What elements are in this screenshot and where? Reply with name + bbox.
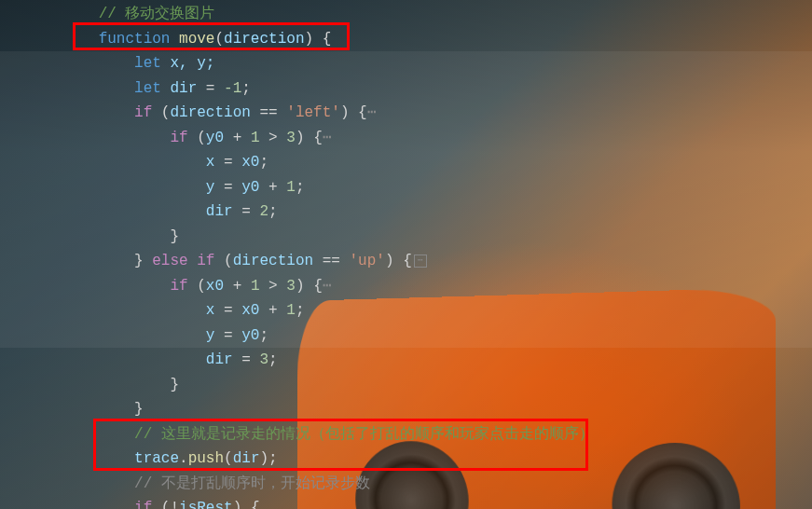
string-literal: 'left': [286, 104, 340, 121]
variable-y0: y0: [206, 130, 224, 146]
code-editor[interactable]: // 移动交换图片 function move(direction) { let…: [0, 0, 812, 509]
code-line-17: }: [0, 397, 812, 422]
variable-y0: y0: [241, 327, 259, 344]
variable-dir: dir: [170, 80, 197, 97]
variable-dir: dir: [206, 203, 233, 220]
operator-plus: +: [224, 130, 251, 146]
operator-eq: =: [214, 327, 241, 344]
fold-collapse-icon[interactable]: ⋯: [414, 254, 427, 268]
keyword-if: if: [134, 500, 152, 509]
number-literal: 1: [286, 302, 296, 319]
variable-direction: direction: [170, 104, 250, 121]
keyword-else: else: [152, 253, 187, 269]
function-name: move: [179, 31, 214, 48]
keyword-if: if: [170, 130, 187, 146]
string-literal: 'up': [350, 253, 385, 269]
variable-dir: dir: [206, 351, 233, 368]
variable-dir: dir: [233, 450, 260, 467]
keyword-function: function: [99, 31, 171, 48]
variable-y: y: [206, 179, 215, 196]
operator-plus: +: [224, 278, 251, 295]
number-literal: 3: [259, 351, 268, 368]
operator-eq: =: [233, 203, 260, 220]
operator-eq: ==: [251, 104, 286, 121]
variable-x0: x0: [241, 302, 259, 319]
variable-direction: direction: [233, 253, 313, 269]
variable-y0: y0: [241, 179, 259, 196]
variable-decl: x, y;: [170, 55, 214, 72]
fold-ellipsis-icon[interactable]: ⋯: [323, 130, 332, 146]
code-line-11: } else if (direction == 'up') {⋯: [0, 249, 812, 274]
number-literal: -1: [224, 80, 241, 97]
keyword-if: if: [197, 253, 214, 269]
code-comment: // 这里就是记录走的情况（包括了打乱的顺序和玩家点击走的顺序）: [134, 426, 594, 443]
code-line-3: let x, y;: [0, 51, 812, 76]
number-literal: 2: [259, 203, 268, 220]
code-line-5: if (direction == 'left') {⋯: [0, 101, 812, 126]
code-line-19: trace.push(dir);: [0, 447, 812, 472]
keyword-if: if: [134, 104, 152, 121]
code-line-18: // 这里就是记录走的情况（包括了打乱的顺序和玩家点击走的顺序）: [0, 422, 812, 447]
operator-eq: ==: [313, 253, 349, 269]
code-line-7: x = x0;: [0, 150, 812, 175]
code-line-20: // 不是打乱顺序时，开始记录步数: [0, 472, 812, 497]
operator-eq: =: [214, 154, 241, 171]
code-line-1: // 移动交换图片: [0, 2, 812, 27]
code-line-21: if (!isRest) {: [0, 496, 812, 509]
operator-eq: =: [214, 179, 241, 196]
variable-x: x: [206, 154, 215, 171]
operator-gt: >: [259, 278, 286, 295]
number-literal: 1: [286, 179, 296, 196]
keyword-let: let: [134, 55, 161, 72]
code-line-14: y = y0;: [0, 323, 812, 349]
operator-not: !: [170, 500, 179, 509]
operator-plus: +: [259, 302, 286, 319]
number-literal: 3: [286, 130, 296, 146]
variable-trace: trace: [134, 450, 179, 467]
number-literal: 3: [286, 278, 296, 295]
code-line-10: }: [0, 225, 812, 250]
code-comment: // 移动交换图片: [99, 6, 215, 22]
code-line-15: dir = 3;: [0, 348, 812, 373]
fold-ellipsis-icon[interactable]: ⋯: [323, 278, 332, 295]
fold-ellipsis-icon[interactable]: ⋯: [367, 104, 377, 121]
operator-eq: =: [214, 302, 241, 319]
code-line-2: function move(direction) {: [0, 27, 812, 52]
operator-gt: >: [259, 130, 286, 146]
variable-y: y: [206, 327, 215, 344]
variable-x0: x0: [206, 278, 224, 295]
code-line-16: }: [0, 373, 812, 398]
operator-eq: =: [233, 351, 260, 368]
variable-isrest: isRest: [179, 500, 233, 509]
variable-x: x: [206, 302, 215, 319]
code-line-8: y = y0 + 1;: [0, 175, 812, 200]
code-comment: // 不是打乱顺序时，开始记录步数: [134, 475, 370, 492]
parameter: direction: [224, 31, 304, 48]
code-line-6: if (y0 + 1 > 3) {⋯: [0, 126, 812, 151]
code-line-4: let dir = -1;: [0, 76, 812, 102]
operator-eq: =: [197, 80, 224, 97]
keyword-let: let: [134, 80, 161, 97]
code-line-12: if (x0 + 1 > 3) {⋯: [0, 274, 812, 299]
operator-plus: +: [259, 179, 286, 196]
keyword-if: if: [170, 278, 187, 295]
code-line-13: x = x0 + 1;: [0, 298, 812, 323]
method-push: push: [188, 450, 224, 467]
variable-x0: x0: [241, 154, 259, 171]
code-line-9: dir = 2;: [0, 199, 812, 225]
